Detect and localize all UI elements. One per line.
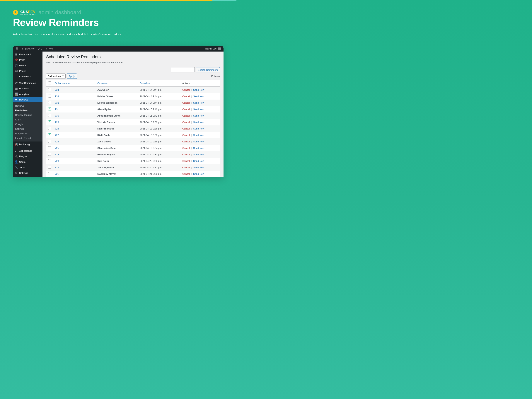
order-link[interactable]: 721 bbox=[55, 172, 59, 175]
column-customer[interactable]: Customer bbox=[95, 80, 138, 87]
submenu-item-q-a[interactable]: Q & A bbox=[13, 117, 43, 122]
row-checkbox[interactable] bbox=[48, 95, 51, 98]
row-checkbox[interactable] bbox=[48, 146, 51, 149]
menu-item-marketing[interactable]: 📢Marketing bbox=[13, 141, 43, 147]
row-checkbox[interactable] bbox=[48, 172, 51, 175]
send-now-link[interactable]: Send Now bbox=[193, 101, 204, 104]
send-now-link[interactable]: Send Now bbox=[193, 95, 204, 98]
row-checkbox[interactable] bbox=[48, 159, 51, 162]
order-link[interactable]: 730 bbox=[55, 114, 59, 117]
promo-title: Review Reminders bbox=[13, 17, 223, 28]
menu-item-appearance[interactable]: 🖌Appearance bbox=[13, 148, 43, 153]
home-icon: ⌂ bbox=[21, 47, 24, 50]
send-now-link[interactable]: Send Now bbox=[193, 114, 204, 117]
comments-link[interactable]: 🗨0 bbox=[37, 47, 42, 50]
order-link[interactable]: 731 bbox=[55, 108, 59, 111]
search-reminders-input[interactable] bbox=[171, 67, 195, 72]
order-link[interactable]: 723 bbox=[55, 160, 59, 162]
send-now-link[interactable]: Send Now bbox=[193, 127, 204, 130]
cancel-link[interactable]: Cancel bbox=[182, 134, 190, 137]
order-link[interactable]: 724 bbox=[55, 153, 59, 156]
cancel-link[interactable]: Cancel bbox=[182, 101, 190, 104]
menu-item-comments[interactable]: 🗨Comments bbox=[13, 74, 43, 79]
menu-item-reviews[interactable]: ★Reviews bbox=[13, 97, 43, 102]
order-link[interactable]: 726 bbox=[55, 140, 59, 143]
order-link[interactable]: 729 bbox=[55, 121, 59, 124]
menu-item-products[interactable]: ▦Products bbox=[13, 86, 43, 91]
send-now-link[interactable]: Send Now bbox=[193, 108, 204, 111]
cancel-link[interactable]: Cancel bbox=[182, 140, 190, 143]
new-link[interactable]: ＋New bbox=[45, 47, 53, 50]
row-checkbox[interactable] bbox=[48, 133, 51, 136]
submenu-item-diagnostics[interactable]: Diagnostics bbox=[13, 131, 43, 136]
cancel-link[interactable]: Cancel bbox=[182, 121, 190, 124]
submenu-item-google[interactable]: Google bbox=[13, 122, 43, 127]
column-order[interactable]: Order Number bbox=[53, 80, 95, 87]
send-now-link[interactable]: Send Now bbox=[193, 160, 204, 162]
row-checkbox[interactable] bbox=[48, 88, 51, 91]
column-scheduled[interactable]: Scheduled bbox=[138, 80, 180, 87]
scheduled-time: 2021-04-14 9:44 pm bbox=[138, 93, 180, 100]
cancel-link[interactable]: Cancel bbox=[182, 153, 190, 156]
order-link[interactable]: 728 bbox=[55, 127, 59, 130]
customer-name: Yash Figueroa bbox=[97, 166, 114, 169]
cancel-link[interactable]: Cancel bbox=[182, 160, 190, 162]
menu-item-pages[interactable]: ▤Pages bbox=[13, 68, 43, 74]
order-link[interactable]: 722 bbox=[55, 166, 59, 169]
cancel-link[interactable]: Cancel bbox=[182, 95, 190, 98]
send-now-link[interactable]: Send Now bbox=[193, 121, 204, 124]
select-all-checkbox[interactable] bbox=[48, 82, 51, 84]
row-checkbox[interactable] bbox=[48, 120, 51, 123]
row-checkbox[interactable] bbox=[48, 127, 51, 130]
order-link[interactable]: 732 bbox=[55, 101, 59, 104]
cancel-link[interactable]: Cancel bbox=[182, 166, 190, 169]
cancel-link[interactable]: Cancel bbox=[182, 127, 190, 130]
send-now-link[interactable]: Send Now bbox=[193, 172, 204, 175]
submenu-item-settings[interactable]: Settings bbox=[13, 127, 43, 131]
row-checkbox[interactable] bbox=[48, 166, 51, 169]
apply-button[interactable]: Apply bbox=[67, 74, 77, 79]
menu-item-plugins[interactable]: 🔌Plugins bbox=[13, 153, 43, 159]
order-link[interactable]: 734 bbox=[55, 89, 59, 91]
send-now-link[interactable]: Send Now bbox=[193, 89, 204, 91]
menu-item-settings[interactable]: ⚙Settings bbox=[13, 170, 43, 176]
user-menu[interactable]: Howdy, user bbox=[205, 47, 221, 50]
bulk-actions-select[interactable]: Bulk actions bbox=[46, 74, 66, 79]
comment-icon: 🗨 bbox=[37, 47, 40, 50]
menu-item-tools[interactable]: 🔧Tools bbox=[13, 165, 43, 170]
order-link[interactable]: 727 bbox=[55, 134, 59, 137]
send-now-link[interactable]: Send Now bbox=[193, 140, 204, 143]
row-checkbox[interactable] bbox=[48, 114, 51, 117]
submenu-item-reminders[interactable]: Reminders bbox=[13, 108, 43, 113]
row-checkbox[interactable] bbox=[48, 108, 51, 110]
send-now-link[interactable]: Send Now bbox=[193, 153, 204, 156]
order-link[interactable]: 725 bbox=[55, 147, 59, 149]
row-checkbox[interactable] bbox=[48, 153, 51, 156]
cancel-link[interactable]: Cancel bbox=[182, 89, 190, 91]
send-now-link[interactable]: Send Now bbox=[193, 147, 204, 149]
page-description: A list of review reminders scheduled by … bbox=[46, 61, 220, 64]
menu-item-users[interactable]: 👤Users bbox=[13, 159, 43, 165]
menu-item-media[interactable]: 🎵Media bbox=[13, 63, 43, 68]
wp-logo-icon[interactable]: ⓦ bbox=[16, 47, 19, 50]
submenu-item-reviews[interactable]: Reviews bbox=[13, 103, 43, 108]
cancel-link[interactable]: Cancel bbox=[182, 114, 190, 117]
site-link[interactable]: ⌂Sky Store bbox=[21, 47, 35, 50]
cancel-link[interactable]: Cancel bbox=[182, 147, 190, 149]
cancel-link[interactable]: Cancel bbox=[182, 172, 190, 175]
order-link[interactable]: 733 bbox=[55, 95, 59, 98]
menu-item-posts[interactable]: 📌Posts bbox=[13, 57, 43, 63]
send-now-link[interactable]: Send Now bbox=[193, 134, 204, 137]
cancel-link[interactable]: Cancel bbox=[182, 108, 190, 111]
menu-item-analytics[interactable]: 📊Analytics bbox=[13, 91, 43, 97]
submenu-item-import-export[interactable]: Import / Export bbox=[13, 136, 43, 140]
submenu-item-review-tagging[interactable]: Review Tagging bbox=[13, 113, 43, 117]
collapse-menu-button[interactable]: ◀Collapse menu bbox=[13, 176, 43, 177]
menu-item-woocommerce[interactable]: WWooCommerce bbox=[13, 80, 43, 86]
row-checkbox[interactable] bbox=[48, 101, 51, 104]
menu-item-dashboard[interactable]: ⊞Dashboard bbox=[13, 51, 43, 57]
customer-name: Ceri Nairn bbox=[97, 160, 109, 162]
search-reminders-button[interactable]: Search Reminders bbox=[196, 67, 220, 72]
row-checkbox[interactable] bbox=[48, 140, 51, 143]
send-now-link[interactable]: Send Now bbox=[193, 166, 204, 169]
